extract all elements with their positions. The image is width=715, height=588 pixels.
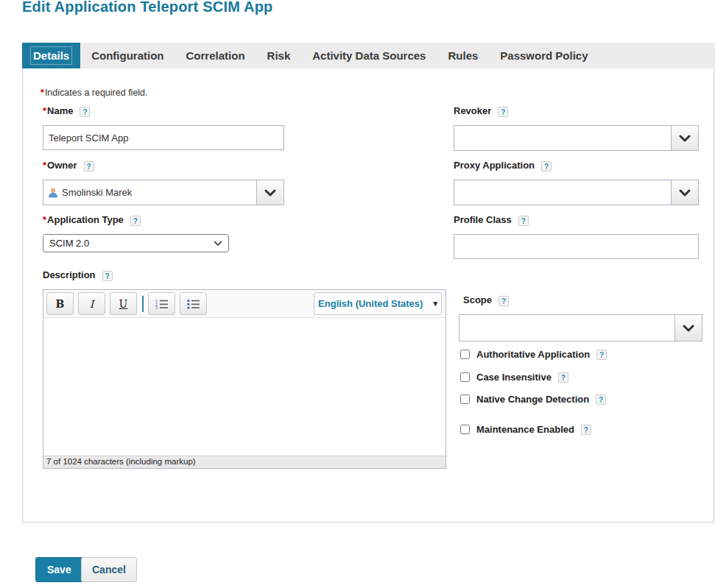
chevron-down-icon: [264, 189, 276, 196]
help-icon[interactable]: ?: [558, 372, 568, 383]
case-insensitive-label: Case Insensitive: [476, 372, 552, 383]
help-icon[interactable]: ?: [498, 107, 508, 117]
owner-label: *Owner?: [43, 160, 94, 171]
language-select-button[interactable]: English (United States) ▾: [314, 292, 442, 315]
caret-down-icon: ▾: [433, 299, 437, 308]
case-insensitive-checkbox[interactable]: [460, 372, 470, 382]
name-label: *Name?: [43, 105, 90, 117]
help-icon[interactable]: ?: [130, 216, 141, 226]
tab-rules-label: Rules: [448, 49, 478, 62]
application-type-label: *Application Type?: [43, 214, 141, 226]
description-toolbar: B I U 1 2 3: [43, 290, 445, 318]
chevron-down-icon: [679, 135, 691, 142]
help-icon[interactable]: ?: [581, 425, 591, 435]
owner-input[interactable]: Smolinski Marek: [43, 180, 256, 205]
tab-bar: Details Configuration Correlation Risk A…: [22, 43, 715, 68]
revoker-combo: [454, 125, 699, 151]
application-type-select[interactable]: SCIM 2.0: [43, 234, 229, 252]
scope-label: Scope?: [463, 294, 509, 306]
tab-correlation-label: Correlation: [186, 49, 245, 62]
revoker-input[interactable]: [454, 125, 671, 151]
scope-input[interactable]: [459, 314, 675, 341]
help-icon[interactable]: ?: [80, 107, 90, 117]
native-change-detection-label: Native Change Detection: [476, 394, 589, 405]
help-icon[interactable]: ?: [596, 350, 607, 360]
scope-combo: [459, 314, 702, 341]
tab-configuration[interactable]: Configuration: [80, 43, 175, 68]
authoritative-application-label: Authoritative Application: [476, 349, 590, 360]
page-title: Edit Application Teleport SCIM App: [22, 0, 273, 15]
maintenance-enabled-label: Maintenance Enabled: [476, 424, 574, 435]
character-counter: 7 of 1024 characters (including markup): [43, 456, 445, 468]
cancel-button[interactable]: Cancel: [81, 557, 137, 582]
help-icon[interactable]: ?: [541, 161, 552, 171]
chevron-down-icon: [679, 189, 691, 196]
tab-password-policy-label: Password Policy: [500, 49, 588, 62]
required-note-text: Indicates a required field.: [45, 88, 148, 98]
tab-password-policy[interactable]: Password Policy: [489, 43, 599, 68]
details-panel: *Indicates a required field. *Name? *Own…: [22, 68, 714, 523]
required-asterisk: *: [43, 105, 46, 116]
profile-class-label: Profile Class?: [454, 214, 529, 226]
italic-button[interactable]: I: [78, 292, 105, 315]
svg-text:3: 3: [155, 305, 158, 309]
person-icon: [48, 188, 58, 198]
bold-button[interactable]: B: [46, 292, 74, 315]
owner-dropdown-button[interactable]: [256, 180, 284, 205]
help-icon[interactable]: ?: [518, 216, 529, 226]
tab-risk[interactable]: Risk: [256, 43, 302, 68]
help-icon[interactable]: ?: [596, 394, 606, 405]
toolbar-separator: [142, 296, 144, 312]
proxy-application-dropdown-button[interactable]: [671, 180, 699, 205]
required-field-note: *Indicates a required field.: [40, 88, 148, 98]
revoker-dropdown-button[interactable]: [671, 125, 699, 151]
language-label: English (United States): [318, 298, 423, 309]
tab-risk-label: Risk: [267, 49, 291, 62]
maintenance-enabled-row: Maintenance Enabled ?: [460, 424, 591, 435]
native-change-detection-row: Native Change Detection ?: [460, 394, 606, 405]
save-button[interactable]: Save: [35, 557, 83, 582]
help-icon[interactable]: ?: [499, 296, 509, 306]
ordered-list-icon: 1 2 3: [155, 299, 169, 309]
description-editor: B I U 1 2 3: [43, 289, 446, 469]
ordered-list-button[interactable]: 1 2 3: [148, 292, 175, 315]
case-insensitive-row: Case Insensitive ?: [460, 372, 568, 383]
authoritative-application-row: Authoritative Application ?: [460, 349, 607, 360]
proxy-application-combo: [454, 180, 699, 205]
owner-value: Smolinski Marek: [62, 187, 132, 198]
application-type-value: SCIM 2.0: [49, 238, 89, 249]
help-icon[interactable]: ?: [102, 271, 113, 281]
tab-configuration-label: Configuration: [91, 49, 163, 62]
name-input[interactable]: [43, 125, 284, 150]
help-icon[interactable]: ?: [84, 161, 94, 171]
edit-application-page: Edit Application Teleport SCIM App Detai…: [0, 0, 715, 588]
scope-dropdown-button[interactable]: [675, 314, 702, 341]
maintenance-enabled-checkbox[interactable]: [460, 425, 470, 434]
revoker-label: Revoker?: [454, 105, 508, 117]
chevron-down-icon: [214, 241, 222, 247]
description-label: Description?: [43, 269, 113, 281]
description-editor-body[interactable]: [43, 318, 445, 456]
required-asterisk: *: [43, 160, 46, 171]
tab-rules[interactable]: Rules: [437, 43, 489, 68]
proxy-application-input[interactable]: [454, 180, 671, 205]
unordered-list-button[interactable]: [180, 292, 207, 315]
underline-button[interactable]: U: [110, 292, 137, 315]
unordered-list-icon: [187, 299, 200, 309]
proxy-application-label: Proxy Application?: [454, 160, 552, 171]
required-asterisk: *: [40, 88, 44, 98]
required-asterisk: *: [43, 214, 46, 225]
profile-class-input[interactable]: [454, 234, 699, 259]
tab-details[interactable]: Details: [22, 43, 80, 68]
owner-combo: Smolinski Marek: [43, 180, 284, 205]
chevron-down-icon: [683, 325, 694, 332]
tab-activity-data-sources[interactable]: Activity Data Sources: [301, 43, 437, 68]
native-change-detection-checkbox[interactable]: [460, 394, 470, 404]
tab-correlation[interactable]: Correlation: [175, 43, 256, 68]
authoritative-application-checkbox[interactable]: [460, 350, 470, 359]
tab-details-label: Details: [33, 49, 69, 62]
tab-activity-data-sources-label: Activity Data Sources: [312, 49, 426, 62]
